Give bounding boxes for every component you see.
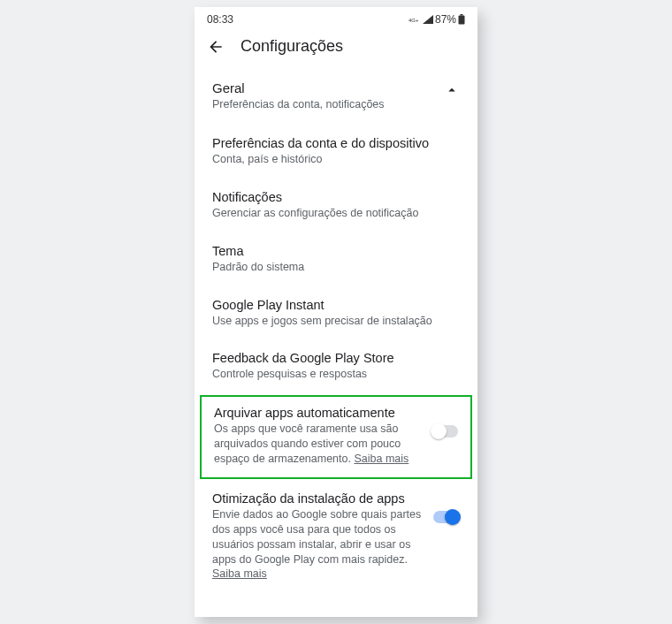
- row-title: Feedback da Google Play Store: [212, 351, 460, 365]
- archive-subtitle: Os apps que você raramente usa são arqui…: [214, 422, 423, 467]
- svg-text:4G+: 4G+: [409, 18, 419, 23]
- row-subtitle: Controle pesquisas e respostas: [212, 367, 460, 382]
- network-icon: 4G+: [409, 15, 421, 24]
- row-play-instant[interactable]: Google Play Instant Use apps e jogos sem…: [195, 286, 477, 340]
- row-title: Preferências da conta e do dispositivo: [212, 136, 460, 150]
- row-subtitle: Padrão do sistema: [212, 260, 460, 275]
- row-notifications[interactable]: Notificações Gerenciar as configurações …: [195, 179, 477, 232]
- status-right: 4G+ 87%: [409, 13, 465, 26]
- row-theme[interactable]: Tema Padrão do sistema: [195, 232, 477, 286]
- optimize-title: Otimização da instalação de apps: [212, 491, 424, 506]
- toggle-on-icon: [433, 511, 460, 523]
- toggle-off-icon: [431, 425, 458, 438]
- row-install-optimization[interactable]: Otimização da instalação de apps Envie d…: [195, 479, 477, 582]
- section-general[interactable]: Geral Preferências da conta, notificaçõe…: [195, 68, 477, 125]
- row-title: Notificações: [212, 190, 460, 204]
- row-account-prefs[interactable]: Preferências da conta e do dispositivo C…: [195, 125, 477, 179]
- svg-rect-2: [459, 16, 465, 25]
- optimize-toggle[interactable]: [433, 491, 460, 523]
- signal-icon: [423, 15, 433, 24]
- header: Configurações: [195, 32, 477, 68]
- phone-frame: 08:33 4G+ 87% Configurações Ge: [195, 7, 477, 617]
- row-subtitle: Gerenciar as configurações de notificaçã…: [212, 206, 460, 221]
- battery-percent: 87%: [435, 13, 456, 26]
- row-subtitle: Conta, país e histórico: [212, 152, 460, 167]
- arrow-left-icon: [207, 38, 225, 56]
- optimize-subtitle: Envie dados ao Google sobre quais partes…: [212, 507, 424, 582]
- chevron-up-icon: [444, 80, 460, 102]
- archive-toggle[interactable]: [431, 406, 458, 438]
- general-subtitle: Preferências da conta, notificações: [212, 97, 385, 112]
- battery-icon: [458, 14, 465, 25]
- row-title: Tema: [212, 244, 460, 258]
- general-title: Geral: [212, 80, 385, 95]
- row-auto-archive[interactable]: Arquivar apps automaticamente Os apps qu…: [200, 395, 472, 479]
- back-button[interactable]: [207, 38, 225, 56]
- optimize-sub-text: Envie dados ao Google sobre quais partes…: [212, 508, 421, 566]
- row-title: Google Play Instant: [212, 298, 460, 312]
- status-bar: 08:33 4G+ 87%: [195, 7, 477, 32]
- row-feedback[interactable]: Feedback da Google Play Store Controle p…: [195, 339, 477, 393]
- page-title: Configurações: [241, 37, 343, 56]
- archive-title: Arquivar apps automaticamente: [214, 406, 423, 420]
- row-subtitle: Use apps e jogos sem precisar de instala…: [212, 314, 460, 329]
- status-time: 08:33: [207, 13, 233, 26]
- archive-learn-more-link[interactable]: Saiba mais: [354, 453, 409, 465]
- optimize-learn-more-link[interactable]: Saiba mais: [212, 567, 267, 580]
- svg-rect-1: [461, 14, 463, 16]
